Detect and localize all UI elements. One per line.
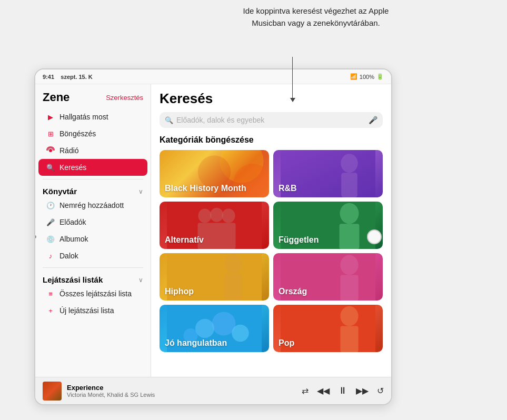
svg-point-9 (210, 208, 223, 222)
category-jo-hangulatban[interactable]: Jó hangulatban (160, 305, 269, 352)
chevron-down-icon-2: ∨ (138, 276, 143, 284)
tooltip: Ide koppintva keresést végezhet az Apple… (226, 5, 405, 29)
svg-point-13 (340, 203, 359, 224)
sidebar-item-label: Dalok (59, 252, 78, 260)
microphone-icon[interactable]: 🎤 (369, 116, 377, 124)
music-note-icon: ♪ (46, 251, 55, 261)
playlists-header: Lejátszási listák ∨ (35, 271, 151, 285)
app-layout: Zene Szerkesztés ▶ Hallgatás most ⊞ Böng… (35, 84, 391, 377)
category-label: Hiphop (165, 287, 194, 296)
grid-icon: ⊞ (46, 129, 55, 138)
library-section: Könyvtár ∨ 🕐 Nemrég hozzáadott 🎤 Előadók… (35, 183, 151, 264)
sidebar-item-osszes[interactable]: ≡ Összes lejátszási lista (38, 285, 147, 302)
main-content: Keresés 🔍 Előadók, dalok és egyebek 🎤 Ka… (151, 84, 391, 377)
sidebar-item-label: Böngészés (59, 129, 96, 138)
battery-icon: 🔋 (376, 73, 384, 80)
sidebar-item-eloadok[interactable]: 🎤 Előadók (38, 214, 147, 231)
sidebar-item-label: Rádió (59, 146, 79, 155)
sidebar-item-kereses[interactable]: 🔍 Keresés (38, 159, 147, 176)
svg-point-16 (225, 254, 242, 273)
recent-icon: 🕐 (46, 201, 55, 210)
svg-rect-6 (341, 173, 357, 197)
sidebar-item-dalok[interactable]: ♪ Dalok (38, 247, 147, 264)
search-icon: 🔍 (165, 116, 173, 124)
sidebar-item-label: Előadók (59, 218, 86, 226)
svg-rect-26 (281, 305, 375, 352)
tooltip-arrow (292, 57, 293, 99)
sidebar-item-nemreg[interactable]: 🕐 Nemrég hozzáadott (38, 197, 147, 214)
time: 9:41 (43, 74, 54, 80)
section-heading: Kategóriák böngészése (160, 135, 383, 145)
playlist-icon: ≡ (46, 289, 55, 298)
repeat-button[interactable]: ↺ (377, 386, 384, 396)
search-input[interactable]: Előadók, dalok és egyebek (176, 116, 365, 124)
app-title: Zene (43, 91, 69, 104)
sidebar-item-label: Albumok (59, 235, 88, 243)
playlists-section: Lejátszási listák ∨ ≡ Összes lejátszási … (35, 271, 151, 319)
track-artist: Victoria Monét, Khalid & SG Lewis (67, 392, 296, 398)
category-label: Független (279, 235, 319, 245)
category-label: R&B (279, 184, 297, 193)
radio-icon (46, 146, 55, 155)
library-header: Könyvtár ∨ (35, 183, 151, 197)
sidebar-item-albumok[interactable]: 💿 Albumok (38, 231, 147, 247)
category-pop[interactable]: Pop (273, 305, 383, 352)
category-label: Jó hangulatban (165, 338, 227, 348)
sidebar-item-uj-lista[interactable]: + Új lejátszási lista (38, 302, 147, 319)
chevron-down-icon: ∨ (138, 188, 143, 195)
svg-point-8 (198, 209, 211, 223)
category-label: Black History Month (165, 184, 246, 193)
category-label: Pop (279, 338, 294, 348)
status-time: 9:41 szept. 15. K (43, 74, 93, 80)
home-button[interactable] (367, 229, 382, 244)
sidebar-item-radio[interactable]: Rádió (38, 142, 147, 159)
sidebar-item-bongeszes[interactable]: ⊞ Böngészés (38, 125, 147, 142)
divider (43, 179, 143, 179)
status-indicators: 📶 100% 🔋 (350, 73, 384, 80)
shuffle-button[interactable]: ⇄ (302, 386, 309, 396)
status-bar: 9:41 szept. 15. K 📶 100% 🔋 (35, 69, 391, 84)
next-button[interactable]: ▶▶ (356, 386, 369, 396)
sidebar-item-label: Új lejátszási lista (59, 306, 114, 315)
date: szept. 15. K (61, 74, 93, 80)
category-alternativ[interactable]: Alternatív (160, 202, 269, 249)
category-rnb[interactable]: R&B (273, 150, 383, 197)
category-fuggetlen[interactable]: Független (273, 202, 383, 249)
svg-point-22 (195, 319, 214, 338)
svg-rect-20 (340, 275, 358, 301)
edit-button[interactable]: Szerkesztés (106, 94, 143, 102)
search-bar[interactable]: 🔍 Előadók, dalok és egyebek 🎤 (160, 112, 383, 128)
category-orszag[interactable]: Ország (273, 253, 383, 301)
category-label: Alternatív (165, 235, 204, 245)
nav-section: ▶ Hallgatás most ⊞ Böngészés (35, 108, 151, 176)
svg-point-24 (232, 325, 248, 342)
svg-point-19 (340, 255, 358, 275)
previous-button[interactable]: ◀◀ (317, 386, 330, 396)
svg-point-27 (340, 306, 358, 326)
album-icon: 💿 (46, 234, 55, 244)
player-controls: ⇄ ◀◀ ⏸ ▶▶ ↺ (302, 385, 384, 396)
svg-point-10 (222, 209, 235, 223)
sidebar-item-label: Nemrég hozzáadott (59, 201, 124, 209)
now-playing-bar: Experience Victoria Monét, Khalid & SG L… (35, 377, 391, 404)
page-title: Keresés (160, 91, 383, 107)
wifi-icon: 📶 (350, 73, 357, 80)
sidebar-header: Zene Szerkesztés (35, 91, 151, 106)
sidebar-item-label: Összes lejátszási lista (59, 289, 132, 298)
library-title: Könyvtár (43, 187, 77, 196)
artist-icon: 🎤 (46, 217, 55, 227)
sidebar-item-label: Keresés (59, 163, 86, 172)
svg-rect-17 (225, 273, 242, 301)
sidebar: Zene Szerkesztés ▶ Hallgatás most ⊞ Böng… (35, 84, 151, 377)
sidebar-item-hallgatas[interactable]: ▶ Hallgatás most (38, 108, 147, 125)
track-info: Experience Victoria Monét, Khalid & SG L… (67, 384, 296, 398)
pause-button[interactable]: ⏸ (338, 385, 347, 396)
category-black-history[interactable]: Black History Month (160, 150, 269, 197)
playlists-title: Lejátszási listák (43, 275, 103, 284)
category-hiphop[interactable]: Hiphop (160, 253, 269, 301)
svg-point-0 (49, 149, 52, 152)
tooltip-text: Ide koppintva keresést végezhet az Apple… (243, 6, 389, 27)
search-icon: 🔍 (46, 163, 55, 172)
track-title: Experience (67, 384, 296, 392)
svg-rect-28 (340, 326, 358, 353)
